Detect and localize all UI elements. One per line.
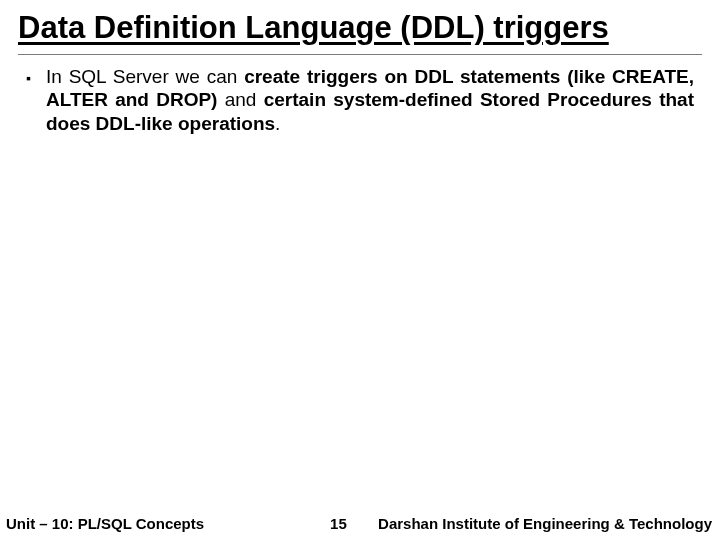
slide-footer: Unit – 10: PL/SQL Concepts 15 Darshan In…: [0, 515, 720, 532]
footer-page-number: 15: [330, 515, 347, 532]
slide-title: Data Definition Language (DDL) triggers: [18, 10, 702, 48]
footer-institute: Darshan Institute of Engineering & Techn…: [365, 515, 712, 532]
footer-unit: Unit – 10: PL/SQL Concepts: [6, 515, 204, 532]
bullet-lead: In SQL Server we can: [46, 66, 244, 87]
bullet-mid: and: [225, 89, 264, 110]
bullet-text: In SQL Server we can create triggers on …: [46, 65, 694, 136]
bullet-tail: .: [275, 113, 280, 134]
bullet-item: ▪ In SQL Server we can create triggers o…: [24, 65, 694, 136]
slide: Data Definition Language (DDL) triggers …: [0, 0, 720, 540]
slide-content: ▪ In SQL Server we can create triggers o…: [18, 55, 702, 136]
bullet-marker-icon: ▪: [24, 65, 46, 89]
